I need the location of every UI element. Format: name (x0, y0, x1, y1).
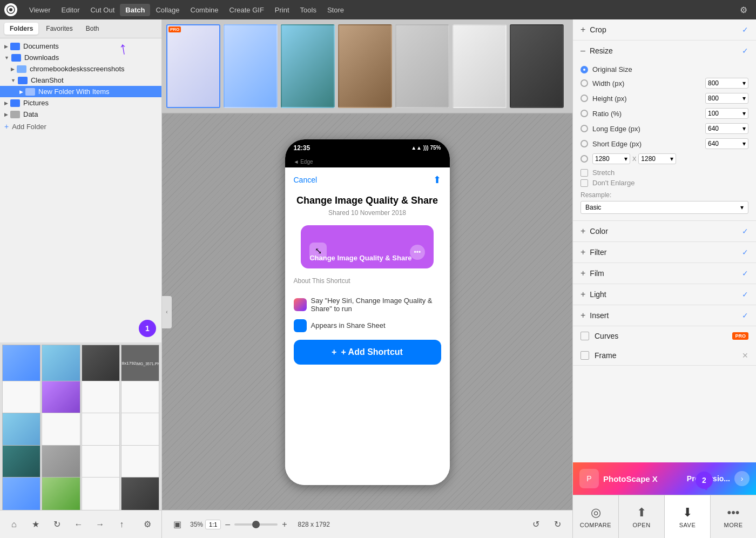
strip-item[interactable]: PRO (166, 24, 220, 108)
thumbnail-item-special[interactable]: 828x1792 IMG_3571 .PNG (121, 345, 159, 383)
pro-banner[interactable]: P PhotoScape X Pro versio... › (573, 462, 756, 495)
curves-checkbox[interactable] (580, 332, 589, 340)
long-edge-dropdown[interactable]: 640 ▾ (705, 123, 748, 134)
ratio-dropdown[interactable]: 100 ▾ (705, 108, 748, 119)
folder-data-label: Data (23, 110, 38, 118)
section-insert-header[interactable]: + Insert ✓ (573, 305, 756, 326)
shortcut-menu-icon[interactable]: ••• (410, 245, 425, 260)
thumbnail-item[interactable] (121, 477, 159, 510)
section-filter-header[interactable]: + Filter ✓ (573, 242, 756, 263)
collapse-handle[interactable]: ‹ (162, 296, 172, 328)
folder-item-pictures[interactable]: ▶ Pictures (0, 97, 161, 109)
compare-button[interactable]: ◎ COMPARE (573, 495, 619, 538)
folder-item-data[interactable]: ▶ Data (0, 109, 161, 120)
menu-viewer[interactable]: Viewer (24, 4, 56, 16)
folder-item-chromebook[interactable]: ▶ chromebookdesksscreenshots (0, 63, 161, 75)
view-toggle-icon[interactable]: ▣ (168, 516, 186, 533)
short-edge-dropdown[interactable]: 640 ▾ (705, 138, 748, 149)
section-light-header[interactable]: + Light ✓ (573, 284, 756, 305)
up-icon[interactable]: ↑ (113, 516, 130, 533)
strip-item[interactable] (510, 24, 564, 108)
ratio-radio[interactable] (580, 110, 588, 117)
save-button[interactable]: ⬇ SAVE (665, 495, 711, 538)
dont-enlarge-checkbox[interactable] (580, 179, 588, 187)
custom-radio[interactable] (580, 155, 588, 163)
height-radio[interactable] (580, 95, 588, 102)
film-check-icon: ✓ (742, 269, 748, 278)
phone-cancel-btn[interactable]: Cancel (294, 176, 318, 184)
more-button[interactable]: ••• MORE (711, 495, 756, 538)
folder-item-cleanshot[interactable]: ▼ CleanShot (0, 75, 161, 86)
tab-favorites[interactable]: Favorites (40, 23, 78, 35)
folder-item-new-folder[interactable]: ▶ New Folder With Items (0, 86, 161, 97)
rotate-left-icon[interactable]: ↺ (527, 516, 544, 533)
settings-icon[interactable]: ⚙ (139, 516, 156, 533)
section-color-header[interactable]: + Color ✓ (573, 221, 756, 241)
width-dropdown[interactable]: 800 ▾ (705, 78, 748, 89)
arrow-icon: ▼ (4, 55, 9, 60)
strip-item[interactable] (453, 24, 507, 108)
menu-print[interactable]: Print (269, 4, 295, 16)
ratio-button[interactable]: 1:1 (205, 520, 221, 529)
refresh-icon[interactable]: ↻ (49, 516, 66, 533)
arrow-icon: ▶ (19, 89, 23, 95)
film-label: Film (590, 269, 742, 278)
zoom-slider[interactable] (234, 523, 278, 526)
curves-label: Curves (595, 332, 732, 340)
tab-both[interactable]: Both (80, 23, 105, 35)
zoom-out-button[interactable]: – (223, 519, 232, 530)
section-film-header[interactable]: + Film ✓ (573, 263, 756, 284)
thumbnail-item[interactable] (2, 345, 40, 383)
original-size-radio[interactable] (580, 66, 588, 73)
frame-checkbox[interactable] (580, 351, 589, 360)
phone-share-btn[interactable]: ⬆ (433, 174, 441, 186)
custom-w-dropdown[interactable]: 1280 ▾ (592, 153, 630, 164)
add-shortcut-button[interactable]: + + Add Shortcut (294, 340, 441, 365)
thumbnail-item[interactable] (82, 477, 120, 510)
menu-creategif[interactable]: Create GIF (224, 4, 269, 16)
menu-combine[interactable]: Combine (185, 4, 224, 16)
rotate-right-icon[interactable]: ↻ (549, 516, 566, 533)
frame-remove-icon[interactable]: ✕ (742, 351, 748, 360)
menu-batch[interactable]: Batch (120, 4, 150, 16)
star-icon[interactable]: ★ (27, 516, 44, 533)
thumbnail-item[interactable] (82, 345, 120, 383)
zoom-in-button[interactable]: + (280, 519, 289, 530)
phone-date: Shared 10 November 2018 (294, 209, 441, 217)
folder-item-downloads[interactable]: ▼ Downloads (0, 52, 161, 63)
short-edge-input-group: 640 ▾ (705, 138, 748, 149)
menu-collage[interactable]: Collage (150, 4, 185, 16)
section-crop-header[interactable]: + Crop ✓ (573, 19, 756, 40)
section-light: + Light ✓ (573, 284, 756, 305)
plus-icon: + (580, 311, 585, 320)
settings-gear-icon[interactable]: ⚙ (735, 3, 752, 17)
resample-dropdown[interactable]: Basic ▾ (580, 201, 748, 214)
short-edge-radio[interactable] (580, 140, 588, 147)
home-icon[interactable]: ⌂ (5, 516, 23, 533)
strip-item[interactable] (224, 24, 278, 108)
thumbnail-item[interactable] (2, 477, 40, 510)
custom-input-group: 1280 ▾ X 1280 ▾ (592, 153, 676, 164)
folder-item-documents[interactable]: ▶ Documents (0, 41, 161, 52)
thumbnail-item[interactable] (42, 477, 80, 510)
pro-badge-curves: PRO (732, 332, 748, 340)
add-folder-button[interactable]: + Add Folder (0, 120, 161, 133)
stretch-checkbox[interactable] (580, 169, 588, 177)
back-icon[interactable]: ← (70, 516, 87, 533)
custom-h-dropdown[interactable]: 1280 ▾ (638, 153, 676, 164)
menu-cutout[interactable]: Cut Out (85, 4, 120, 16)
menu-editor[interactable]: Editor (56, 4, 85, 16)
section-resize-header[interactable]: – Resize ✓ (573, 41, 756, 61)
strip-item[interactable] (281, 24, 335, 108)
strip-item[interactable] (338, 24, 392, 108)
thumbnail-item[interactable] (42, 345, 80, 383)
height-dropdown[interactable]: 800 ▾ (705, 93, 748, 104)
width-radio[interactable] (580, 79, 588, 87)
long-edge-radio[interactable] (580, 125, 588, 132)
menu-tools[interactable]: Tools (295, 4, 322, 16)
open-button[interactable]: ⬆ OPEN (619, 495, 665, 538)
tab-folders[interactable]: Folders (4, 23, 38, 35)
menu-store[interactable]: Store (322, 4, 349, 16)
strip-item[interactable] (395, 24, 449, 108)
forward-icon[interactable]: → (91, 516, 109, 533)
